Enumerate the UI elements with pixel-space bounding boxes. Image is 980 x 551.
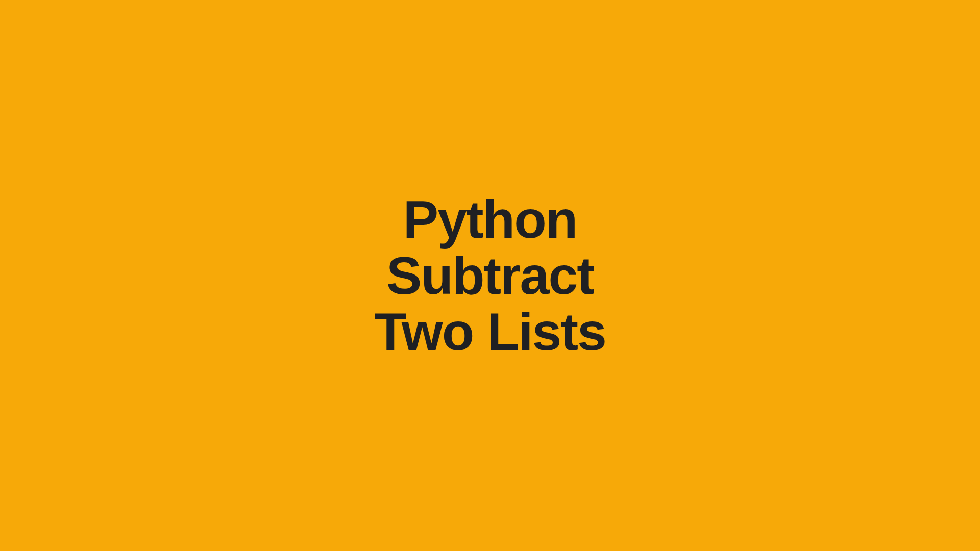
- title-line-2: Subtract: [374, 247, 606, 304]
- title-container: Python Subtract Two Lists: [374, 191, 606, 360]
- title-line-3: Two Lists: [374, 304, 606, 360]
- title-line-1: Python: [374, 191, 606, 247]
